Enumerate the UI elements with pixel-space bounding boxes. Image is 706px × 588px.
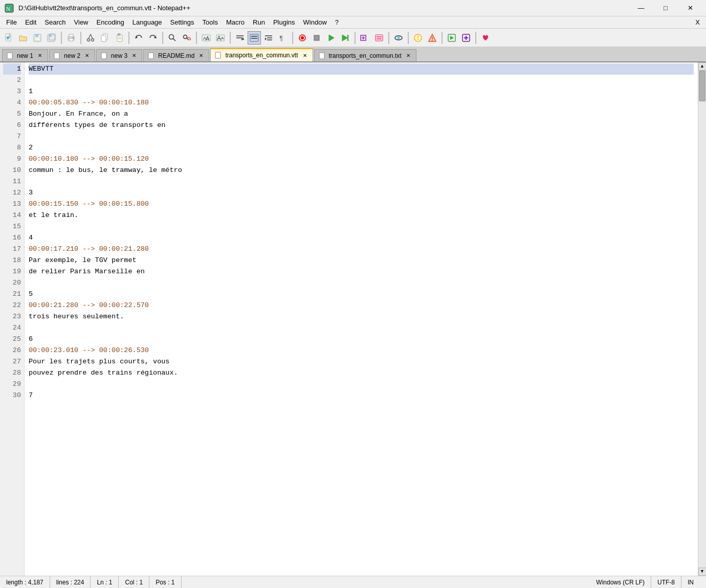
code-line-19[interactable]: de relier Paris Marseille en [29,266,694,277]
toolbar-print-btn[interactable] [64,31,78,45]
code-line-8[interactable]: 2 [29,142,694,154]
code-area[interactable]: WEBVTT 1 00:00:05.830 --> 00:00:10.180 B… [25,62,698,576]
toolbar-open-btn[interactable] [16,31,30,45]
toolbar-cut-btn[interactable] [84,31,97,45]
scroll-thumb[interactable] [699,71,705,101]
code-line-6[interactable]: différents types de transports en [29,120,694,131]
tab-vtt[interactable]: transports_en_commun.vtt ✕ [210,48,313,61]
code-line-23[interactable]: trois heures seulement. [29,311,694,322]
toolbar-redo-btn[interactable] [146,31,160,45]
menu-run[interactable]: Run [249,16,269,28]
code-line-12[interactable]: 3 [29,187,694,199]
code-line-15[interactable] [29,221,694,232]
toolbar-macro-stop-btn[interactable] [310,31,323,45]
code-line-22[interactable]: 00:00:21.280 --> 00:00:22.570 [29,300,694,311]
toolbar-whitespace-btn[interactable]: ¶ [276,31,290,45]
close-button[interactable]: ✕ [678,2,702,15]
scrollbar[interactable]: ▲ ▼ [698,62,706,576]
code-line-13[interactable]: 00:00:15.150 --> 00:00:15.800 [29,199,694,210]
line-num-30: 30 [3,390,21,401]
code-line-7[interactable] [29,131,694,142]
menu-search[interactable]: Search [40,16,70,28]
tab-new2-close[interactable]: ✕ [83,52,91,59]
minimize-button[interactable]: — [629,2,653,15]
code-line-18[interactable]: Par exemple, le TGV permet [29,255,694,266]
menu-plugins[interactable]: Plugins [269,16,299,28]
menu-view[interactable]: View [70,16,93,28]
toolbar-sep-8 [355,32,356,44]
tab-new2[interactable]: new 2 ✕ [49,49,95,61]
menu-macro[interactable]: Macro [222,16,249,28]
toolbar-save-btn[interactable] [31,31,44,45]
toolbar-replace-btn[interactable] [180,31,193,45]
code-line-9[interactable]: 00:00:10.180 --> 00:00:15.120 [29,154,694,165]
toolbar-eyecandy-btn[interactable] [392,31,405,45]
toolbar-extra3-btn[interactable] [411,31,425,45]
menu-encoding[interactable]: Encoding [93,16,128,28]
toolbar-heart-btn[interactable] [479,31,492,45]
svg-marker-55 [342,35,347,41]
code-line-30[interactable]: 7 [29,390,694,401]
scroll-up-arrow[interactable]: ▲ [698,62,707,71]
code-line-2[interactable] [29,75,694,86]
code-line-10[interactable]: commun : le bus, le tramway, le métro [29,165,694,176]
menu-tools[interactable]: Tools [198,16,222,28]
code-line-11[interactable] [29,176,694,187]
code-line-3[interactable]: 1 [29,86,694,97]
menu-help[interactable]: ? [331,16,343,28]
toolbar-extra5-btn[interactable] [445,31,458,45]
toolbar-macro-play-btn[interactable] [324,31,338,45]
code-line-17[interactable]: 00:00:17.210 --> 00:00:21.280 [29,244,694,255]
toolbar-find-btn[interactable] [166,31,179,45]
menu-window[interactable]: Window [299,16,331,28]
toolbar-saveall-btn[interactable] [45,31,58,45]
code-line-4[interactable]: 00:00:05.830 --> 00:00:10.180 [29,97,694,108]
scroll-down-arrow[interactable]: ▼ [698,568,707,576]
toolbar-extra2-btn[interactable] [372,31,386,45]
tab-new3-close[interactable]: ✕ [130,52,138,59]
code-line-14[interactable]: et le train. [29,210,694,221]
tab-vtt-close[interactable]: ✕ [301,52,308,59]
tab-new3[interactable]: new 3 ✕ [96,49,142,61]
menu-settings[interactable]: Settings [166,16,198,28]
tab-readme-close[interactable]: ✕ [197,52,205,59]
toolbar-undo-btn[interactable] [132,31,145,45]
code-line-26[interactable]: 00:00:23.010 --> 00:00:26.530 [29,345,694,356]
code-line-21[interactable]: 5 [29,289,694,300]
toolbar-active-btn[interactable] [248,31,261,45]
toolbar-paste-btn[interactable] [113,31,126,45]
menu-file[interactable]: File [2,16,21,28]
tab-new1[interactable]: new 1 ✕ [2,49,48,61]
toolbar-macro-run-btn[interactable] [339,31,352,45]
toolbar-extra4-btn[interactable] [426,31,439,45]
code-line-28[interactable]: pouvez prendre des trains régionaux. [29,367,694,379]
svg-rect-80 [215,52,220,58]
toolbar-indent-btn[interactable] [262,31,275,45]
tab-new1-close[interactable]: ✕ [36,52,43,59]
toolbar-wrap-btn[interactable] [233,31,247,45]
toolbar-extra6-btn[interactable] [459,31,473,45]
toolbar-new-btn[interactable] [2,31,15,45]
toolbar-macro-rec-btn[interactable] [296,31,309,45]
code-line-20[interactable] [29,277,694,289]
code-line-27[interactable]: Pour les trajets plus courts, vous [29,356,694,367]
toolbar-zoom-in-btn[interactable]: AA [200,31,213,45]
toolbar-extra1-btn[interactable] [358,31,371,45]
tab-txt-close[interactable]: ✕ [405,52,412,59]
code-line-1[interactable]: WEBVTT [29,63,694,75]
menu-close-right[interactable]: X [691,17,704,27]
toolbar-copy-btn[interactable] [98,31,112,45]
svg-rect-15 [69,38,73,41]
scroll-track[interactable] [698,71,706,568]
code-line-16[interactable]: 4 [29,232,694,244]
code-line-5[interactable]: Bonjour. En France, on a [29,108,694,120]
menu-edit[interactable]: Edit [21,16,40,28]
code-line-25[interactable]: 6 [29,334,694,345]
maximize-button[interactable]: □ [654,2,677,15]
tab-txt[interactable]: transports_en_commun.txt ✕ [314,49,416,61]
menu-language[interactable]: Language [128,16,166,28]
toolbar-zoom-out-btn[interactable]: AA [214,31,227,45]
code-line-29[interactable] [29,379,694,390]
code-line-24[interactable] [29,322,694,334]
tab-readme[interactable]: README.md ✕ [143,49,209,61]
